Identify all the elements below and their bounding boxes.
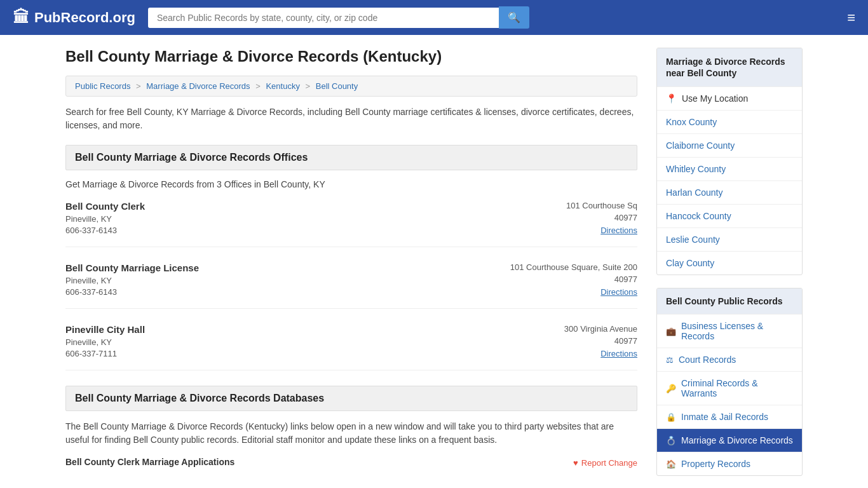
use-location-label: Use My Location (682, 93, 748, 104)
office-left-1: Bell County Clerk Pineville, KY 606-337-… (65, 201, 145, 235)
offices-intro: Get Marriage & Divorce Records from 3 Of… (65, 179, 637, 189)
report-icon: ♥ (573, 458, 578, 468)
business-licenses-link[interactable]: Business Licenses & Records (657, 315, 802, 348)
main-container: Bell County Marriage & Divorce Records (… (53, 35, 815, 488)
search-bar: 🔍 (148, 6, 529, 29)
office-block-3: Pineville City Hall Pineville, KY 606-33… (65, 324, 637, 370)
databases-section-header: Bell County Marriage & Divorce Records D… (65, 386, 637, 411)
sidebar-county-0[interactable]: Knox County (657, 110, 802, 133)
public-records-list: Business Licenses & Records Court Record… (657, 314, 802, 475)
page-title: Bell County Marriage & Divorce Records (… (65, 48, 637, 65)
databases-intro: The Bell County Marriage & Divorce Recor… (65, 420, 637, 447)
page-intro: Search for free Bell County, KY Marriage… (65, 105, 637, 132)
nearby-list: Use My Location Knox County Claiborne Co… (657, 86, 802, 274)
sidebar-county-2[interactable]: Whitley County (657, 157, 802, 180)
site-logo[interactable]: 🏛 PubRecord.org (13, 8, 135, 27)
ring-icon (666, 435, 676, 445)
inmate-records-label: Inmate & Jail Records (681, 412, 768, 422)
property-records-label: Property Records (681, 459, 750, 469)
search-input[interactable] (148, 8, 499, 28)
office-city-3: Pineville, KY (65, 337, 145, 347)
public-record-court[interactable]: Court Records (657, 348, 802, 371)
sidebar-county-3[interactable]: Harlan County (657, 180, 802, 204)
office-block-1: Bell County Clerk Pineville, KY 606-337-… (65, 201, 637, 247)
office-zip-1: 40977 (566, 213, 637, 222)
menu-button[interactable]: ≡ (847, 10, 855, 26)
court-records-label: Court Records (679, 355, 736, 365)
property-records-link[interactable]: Property Records (657, 452, 802, 475)
criminal-records-link[interactable]: Criminal Records & Warrants (657, 372, 802, 405)
logo-text: PubRecord.org (34, 10, 135, 26)
breadcrumb-public-records[interactable]: Public Records (75, 81, 130, 91)
knox-county-link[interactable]: Knox County (657, 111, 802, 133)
report-change[interactable]: ♥ Report Change (573, 458, 637, 468)
clay-county-link[interactable]: Clay County (657, 252, 802, 274)
whitley-county-label: Whitley County (666, 164, 726, 174)
office-phone-2: 606-337-6143 (65, 287, 199, 297)
db-item-row: Bell County Clerk Marriage Applications … (65, 457, 637, 468)
knox-county-label: Knox County (666, 117, 717, 127)
sidebar-county-1[interactable]: Claiborne County (657, 133, 802, 157)
claiborne-county-label: Claiborne County (666, 140, 735, 151)
harlan-county-label: Harlan County (666, 187, 723, 198)
main-content: Bell County Marriage & Divorce Records (… (65, 48, 637, 488)
harlan-county-link[interactable]: Harlan County (657, 181, 802, 204)
breadcrumb-kentucky[interactable]: Kentucky (266, 81, 299, 91)
scale-icon (666, 355, 674, 365)
public-record-marriage[interactable]: Marriage & Divorce Records (657, 428, 802, 452)
pin-icon (666, 93, 677, 104)
whitley-county-link[interactable]: Whitley County (657, 158, 802, 180)
breadcrumb-bell-county[interactable]: Bell County (316, 81, 358, 91)
leslie-county-label: Leslie County (666, 234, 720, 245)
criminal-records-label: Criminal Records & Warrants (681, 378, 793, 398)
office-zip-3: 40977 (564, 336, 637, 346)
breadcrumb-marriage-divorce[interactable]: Marriage & Divorce Records (146, 81, 250, 91)
marriage-records-link[interactable]: Marriage & Divorce Records (657, 429, 802, 452)
report-change-label[interactable]: Report Change (581, 458, 637, 468)
directions-link-1[interactable]: Directions (600, 226, 637, 235)
offices-section-header: Bell County Marriage & Divorce Records O… (65, 145, 637, 170)
db-item-title: Bell County Clerk Marriage Applications (65, 457, 234, 467)
sidebar: Marriage & Divorce Records near Bell Cou… (656, 48, 803, 488)
office-zip-2: 40977 (510, 274, 637, 284)
marriage-records-label: Marriage & Divorce Records (681, 435, 793, 445)
office-left-2: Bell County Marriage License Pineville, … (65, 262, 199, 297)
use-location-link[interactable]: Use My Location (657, 87, 802, 110)
sidebar-county-5[interactable]: Leslie County (657, 227, 802, 251)
home-icon (666, 459, 676, 469)
court-records-link[interactable]: Court Records (657, 348, 802, 371)
office-city-2: Pineville, KY (65, 276, 199, 285)
search-button[interactable]: 🔍 (499, 6, 529, 29)
hancock-county-link[interactable]: Hancock County (657, 205, 802, 227)
inmate-records-link[interactable]: Inmate & Jail Records (657, 405, 802, 428)
breadcrumb: Public Records > Marriage & Divorce Reco… (65, 76, 637, 97)
clay-county-label: Clay County (666, 258, 714, 268)
office-right-2: 101 Courthouse Square, Suite 200 40977 D… (510, 262, 637, 297)
office-name-3: Pineville City Hall (65, 324, 145, 335)
office-address-2: 101 Courthouse Square, Suite 200 (510, 262, 637, 272)
site-header: 🏛 PubRecord.org 🔍 ≡ (0, 0, 868, 35)
lock-icon (666, 412, 676, 422)
databases-section: Bell County Marriage & Divorce Records D… (65, 386, 637, 468)
office-phone-3: 606-337-7111 (65, 349, 145, 358)
public-record-property[interactable]: Property Records (657, 452, 802, 475)
office-right-3: 300 Virginia Avenue 40977 Directions (564, 324, 637, 358)
sidebar-county-6[interactable]: Clay County (657, 251, 802, 274)
logo-icon: 🏛 (13, 8, 29, 27)
public-records-box: Bell County Public Records Business Lice… (656, 288, 803, 476)
sidebar-county-4[interactable]: Hancock County (657, 204, 802, 227)
public-record-criminal[interactable]: Criminal Records & Warrants (657, 371, 802, 405)
claiborne-county-link[interactable]: Claiborne County (657, 134, 802, 157)
public-record-business[interactable]: Business Licenses & Records (657, 314, 802, 348)
office-city-1: Pineville, KY (65, 214, 145, 224)
nearby-box: Marriage & Divorce Records near Bell Cou… (656, 48, 803, 275)
office-address-1: 101 Courthouse Sq (566, 201, 637, 210)
office-name-2: Bell County Marriage License (65, 262, 199, 273)
directions-link-2[interactable]: Directions (600, 287, 637, 297)
directions-link-3[interactable]: Directions (600, 349, 637, 358)
public-record-inmate[interactable]: Inmate & Jail Records (657, 405, 802, 428)
use-location-item[interactable]: Use My Location (657, 86, 802, 110)
leslie-county-link[interactable]: Leslie County (657, 228, 802, 251)
office-address-3: 300 Virginia Avenue (564, 324, 637, 334)
public-records-title: Bell County Public Records (657, 288, 802, 314)
